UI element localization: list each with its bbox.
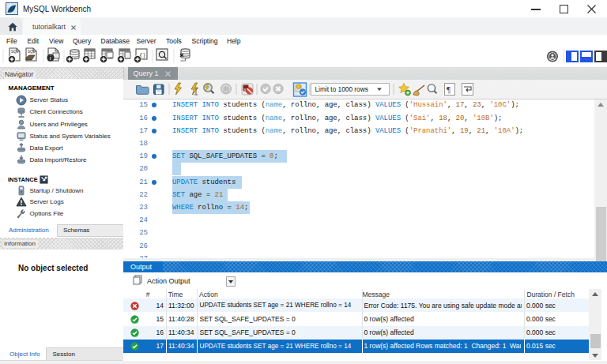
svg-text:i: i xyxy=(50,54,51,62)
svg-text:¶: ¶ xyxy=(447,84,451,94)
svg-text:Limit to 1000 rows: Limit to 1000 rows xyxy=(315,85,368,93)
svg-text:SQL: SQL xyxy=(11,50,19,54)
svg-text:SQL: SQL xyxy=(28,50,36,54)
